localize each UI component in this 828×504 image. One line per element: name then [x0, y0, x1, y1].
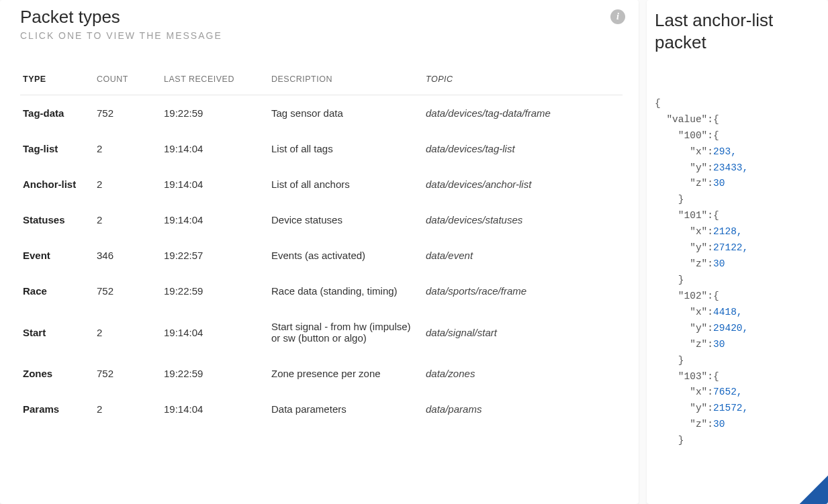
cell-type: Zones — [20, 356, 94, 391]
cell-last-received: 19:14:04 — [161, 309, 269, 356]
table-row[interactable]: Anchor-list219:14:04List of all anchorsd… — [20, 166, 623, 202]
table-row[interactable]: Start219:14:04Start signal - from hw (im… — [20, 309, 623, 356]
cell-count: 752 — [94, 356, 161, 391]
cell-description: Race data (standing, timing) — [269, 273, 423, 309]
table-row[interactable]: Event34619:22:57Events (as activated)dat… — [20, 238, 623, 273]
cell-count: 2 — [94, 166, 161, 202]
table-row[interactable]: Race75219:22:59Race data (standing, timi… — [20, 273, 623, 309]
table-row[interactable]: Zones75219:22:59Zone presence per zoneda… — [20, 356, 623, 391]
cell-description: Start signal - from hw (impulse) or sw (… — [269, 309, 423, 356]
cell-last-received: 19:14:04 — [161, 166, 269, 202]
cell-count: 2 — [94, 131, 161, 166]
cell-last-received: 19:14:04 — [161, 131, 269, 166]
cell-type: Race — [20, 273, 94, 309]
table-row[interactable]: Tag-list219:14:04List of all tagsdata/de… — [20, 131, 623, 166]
panel-title: Packet types — [20, 7, 623, 28]
header-topic: TOPIC — [423, 68, 623, 95]
header-count: COUNT — [94, 68, 161, 95]
cell-topic: data/event — [423, 238, 623, 273]
table-row[interactable]: Statuses219:14:04Device statusesdata/dev… — [20, 202, 623, 238]
cell-description: Data parameters — [269, 391, 423, 427]
cell-topic: data/sports/race/frame — [423, 273, 623, 309]
cell-count: 346 — [94, 238, 161, 273]
cell-count: 752 — [94, 95, 161, 132]
detail-title: Last anchor-list packet — [655, 9, 820, 53]
cell-count: 752 — [94, 273, 161, 309]
json-viewer: { "value":{ "100":{ "x":293, "y":23433, … — [655, 64, 820, 481]
cell-description: Tag sensor data — [269, 95, 423, 132]
table-row[interactable]: Tag-data75219:22:59Tag sensor datadata/d… — [20, 95, 623, 132]
cell-count: 2 — [94, 202, 161, 238]
cell-description: Device statuses — [269, 202, 423, 238]
info-icon[interactable]: i — [610, 9, 625, 24]
cell-count: 2 — [94, 309, 161, 356]
cell-type: Statuses — [20, 202, 94, 238]
cell-topic: data/devices/statuses — [423, 202, 623, 238]
cell-description: List of all tags — [269, 131, 423, 166]
cell-description: Zone presence per zone — [269, 356, 423, 391]
header-description: DESCRIPTION — [269, 68, 423, 95]
cell-type: Event — [20, 238, 94, 273]
cell-last-received: 19:22:59 — [161, 273, 269, 309]
cell-topic: data/devices/anchor-list — [423, 166, 623, 202]
cell-last-received: 19:14:04 — [161, 202, 269, 238]
cell-topic: data/devices/tag-data/frame — [423, 95, 623, 132]
panel-subtitle: CLICK ONE TO VIEW THE MESSAGE — [20, 30, 623, 41]
cell-topic: data/signal/start — [423, 309, 623, 356]
header-last-received: LAST RECEIVED — [161, 68, 269, 95]
cell-last-received: 19:22:59 — [161, 95, 269, 132]
header-type: TYPE — [20, 68, 94, 95]
cell-count: 2 — [94, 391, 161, 427]
cell-type: Start — [20, 309, 94, 356]
packet-detail-panel: Last anchor-list packet { "value":{ "100… — [647, 0, 828, 504]
packet-types-table: TYPE COUNT LAST RECEIVED DESCRIPTION TOP… — [20, 68, 623, 427]
cell-type: Tag-data — [20, 95, 94, 132]
cell-topic: data/devices/tag-list — [423, 131, 623, 166]
cell-type: Params — [20, 391, 94, 427]
cell-last-received: 19:14:04 — [161, 391, 269, 427]
cell-topic: data/params — [423, 391, 623, 427]
cell-last-received: 19:22:59 — [161, 356, 269, 391]
table-header-row: TYPE COUNT LAST RECEIVED DESCRIPTION TOP… — [20, 68, 623, 95]
cell-description: Events (as activated) — [269, 238, 423, 273]
cell-last-received: 19:22:57 — [161, 238, 269, 273]
cell-description: List of all anchors — [269, 166, 423, 202]
cell-topic: data/zones — [423, 356, 623, 391]
packet-types-panel: i Packet types CLICK ONE TO VIEW THE MES… — [0, 0, 639, 504]
cell-type: Anchor-list — [20, 166, 94, 202]
table-row[interactable]: Params219:14:04Data parametersdata/param… — [20, 391, 623, 427]
cell-type: Tag-list — [20, 131, 94, 166]
